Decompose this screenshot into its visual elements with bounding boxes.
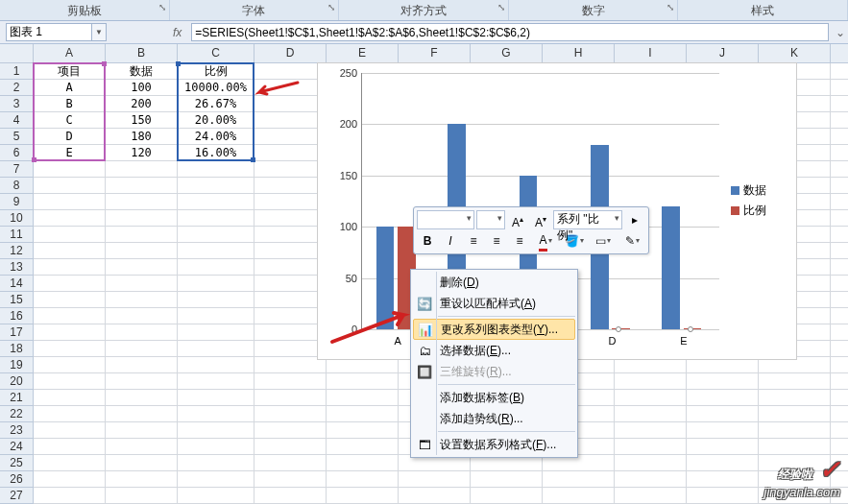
- cell[interactable]: [34, 406, 106, 422]
- increase-font-button[interactable]: A▴: [507, 210, 528, 229]
- cell[interactable]: [178, 373, 254, 390]
- cell[interactable]: [759, 373, 831, 390]
- cell[interactable]: [831, 439, 848, 455]
- cell[interactable]: [615, 390, 687, 406]
- cell[interactable]: [687, 488, 759, 504]
- column-header[interactable]: E: [327, 44, 399, 63]
- cell[interactable]: [831, 178, 848, 194]
- row-header[interactable]: 11: [0, 227, 34, 243]
- cell[interactable]: [106, 178, 178, 194]
- row-header[interactable]: 2: [0, 80, 34, 96]
- cell[interactable]: [615, 406, 687, 422]
- cell[interactable]: [759, 390, 831, 406]
- cell[interactable]: 180: [106, 129, 178, 145]
- cell[interactable]: [106, 357, 178, 373]
- cell[interactable]: [106, 276, 178, 292]
- row-header[interactable]: 9: [0, 194, 34, 210]
- dialog-launcher-icon[interactable]: ⤡: [666, 2, 674, 12]
- cell[interactable]: [615, 439, 687, 455]
- cell[interactable]: [34, 243, 106, 259]
- cell[interactable]: 比例: [178, 63, 254, 80]
- row-header[interactable]: 25: [0, 455, 34, 471]
- cell[interactable]: [106, 390, 178, 406]
- cell[interactable]: [615, 373, 687, 390]
- cell[interactable]: [831, 129, 848, 145]
- cell[interactable]: 20.00%: [178, 112, 254, 129]
- cell[interactable]: [178, 259, 254, 276]
- cell[interactable]: [34, 292, 106, 308]
- cell[interactable]: [831, 227, 848, 243]
- column-header[interactable]: L: [831, 44, 848, 63]
- column-header[interactable]: K: [759, 44, 831, 63]
- cell[interactable]: [831, 80, 848, 96]
- cell[interactable]: [254, 243, 327, 259]
- cell[interactable]: [399, 488, 471, 504]
- cell[interactable]: [687, 406, 759, 422]
- cell[interactable]: [254, 422, 327, 439]
- cell[interactable]: [106, 227, 178, 243]
- align-center-button[interactable]: ≡: [486, 231, 507, 251]
- fx-icon[interactable]: fx: [163, 26, 191, 39]
- legend-item[interactable]: 比例: [731, 203, 788, 219]
- bold-button[interactable]: B: [417, 231, 438, 251]
- cell[interactable]: [178, 194, 254, 210]
- menu-change-chart-type[interactable]: 📊 更改系列图表类型(Y)...: [413, 319, 575, 340]
- cell[interactable]: [399, 471, 471, 488]
- cell[interactable]: [831, 357, 848, 373]
- cell[interactable]: [34, 488, 106, 504]
- row-header[interactable]: 16: [0, 308, 34, 324]
- cell[interactable]: [687, 455, 759, 471]
- cell[interactable]: [615, 471, 687, 488]
- cell[interactable]: [178, 422, 254, 439]
- cell[interactable]: [34, 357, 106, 373]
- chart-legend[interactable]: 数据 比例: [731, 179, 788, 223]
- cell[interactable]: [327, 439, 399, 455]
- cell[interactable]: [327, 406, 399, 422]
- row-header[interactable]: 24: [0, 439, 34, 455]
- row-header[interactable]: 4: [0, 112, 34, 129]
- cell[interactable]: [178, 357, 254, 373]
- cell[interactable]: [106, 243, 178, 259]
- cell[interactable]: [34, 471, 106, 488]
- cell[interactable]: 100: [106, 80, 178, 96]
- chart-element-next-icon[interactable]: ▸: [624, 210, 645, 229]
- cell[interactable]: [759, 422, 831, 439]
- menu-select-data[interactable]: 🗂 选择数据(E)...: [413, 340, 575, 361]
- cell[interactable]: [106, 406, 178, 422]
- row-header[interactable]: 23: [0, 422, 34, 439]
- menu-delete[interactable]: 删除(D): [413, 272, 575, 293]
- cell[interactable]: [831, 145, 848, 161]
- cell[interactable]: [34, 455, 106, 471]
- cell[interactable]: [254, 455, 327, 471]
- cell[interactable]: [687, 390, 759, 406]
- row-header[interactable]: 17: [0, 324, 34, 341]
- menu-reset-style[interactable]: 🔄 重设以匹配样式(A): [413, 293, 575, 314]
- cell[interactable]: [106, 161, 178, 178]
- column-header[interactable]: B: [106, 44, 178, 63]
- row-header[interactable]: 13: [0, 259, 34, 276]
- cell[interactable]: [327, 455, 399, 471]
- cell[interactable]: [178, 324, 254, 341]
- cell[interactable]: [178, 292, 254, 308]
- row-header[interactable]: 14: [0, 276, 34, 292]
- cell[interactable]: [106, 439, 178, 455]
- row-header[interactable]: 15: [0, 292, 34, 308]
- row-header[interactable]: 3: [0, 96, 34, 112]
- cell[interactable]: [831, 341, 848, 357]
- cell[interactable]: [759, 406, 831, 422]
- legend-item[interactable]: 数据: [731, 182, 788, 199]
- align-left-button[interactable]: ≡: [463, 231, 484, 251]
- name-box-dropdown-icon[interactable]: ▼: [92, 23, 107, 41]
- row-header[interactable]: 27: [0, 488, 34, 504]
- cell[interactable]: [178, 227, 254, 243]
- cell[interactable]: [254, 161, 327, 178]
- cell[interactable]: C: [34, 112, 106, 129]
- cell[interactable]: [831, 96, 848, 112]
- cell[interactable]: [831, 161, 848, 178]
- cell[interactable]: B: [34, 96, 106, 112]
- dialog-launcher-icon[interactable]: ⤡: [497, 2, 505, 12]
- cell[interactable]: [831, 422, 848, 439]
- cell[interactable]: [254, 96, 327, 112]
- cell[interactable]: [106, 341, 178, 357]
- cell[interactable]: [34, 194, 106, 210]
